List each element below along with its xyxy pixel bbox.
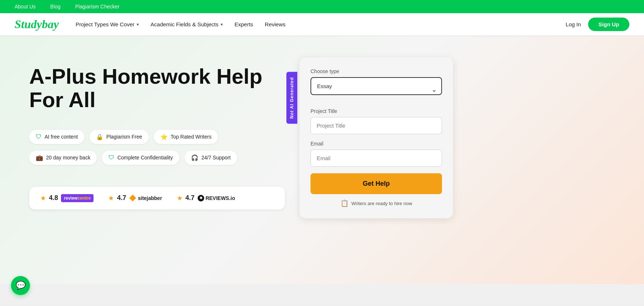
review-item-rv: ★ 4.7 ✱ REVIEWS.io xyxy=(177,194,235,202)
lock-icon: 🔒 xyxy=(96,133,103,140)
top-bar-blog[interactable]: Blog xyxy=(50,4,61,10)
badges-row-2: 💼 20 day money back 🛡 Complete Confident… xyxy=(29,151,285,165)
type-select-wrapper: Essay Research Paper Dissertation Assign… xyxy=(310,77,442,102)
review-item-rc: ★ 4.8 reviewcentre xyxy=(40,194,94,202)
nav-right: Log In Sign Up xyxy=(566,18,629,31)
badge-top-writers: ⭐ Top Rated Writers xyxy=(154,130,218,144)
nav-experts[interactable]: Experts xyxy=(229,18,259,30)
chevron-down-icon: ▾ xyxy=(137,22,139,27)
star-icon: ★ xyxy=(40,194,46,202)
review-score-sj: 4.7 xyxy=(117,194,126,202)
star-icon: ★ xyxy=(177,194,183,202)
get-help-button[interactable]: Get Help xyxy=(310,173,442,194)
type-label: Choose type xyxy=(310,68,442,74)
reviews-bar: ★ 4.8 reviewcentre ★ 4.7 🔶 sitejabber ★ … xyxy=(29,187,285,209)
reviewsio-logo: ✱ REVIEWS.io xyxy=(198,195,235,201)
hero-left: A-Plus Homework Help For All 🛡 AI free c… xyxy=(29,57,285,209)
shield-check-icon: 🛡 xyxy=(108,154,114,161)
nav-reviews[interactable]: Reviews xyxy=(259,18,291,30)
chat-icon: 💬 xyxy=(16,281,26,284)
not-ai-tab: Not AI Generated xyxy=(286,72,297,124)
nav-academic-fields[interactable]: Academic Fields & Subjects ▾ xyxy=(145,18,229,30)
shield-icon: 🛡 xyxy=(36,133,42,140)
title-label: Project Title xyxy=(310,108,442,114)
review-score-rc: 4.8 xyxy=(49,194,58,202)
badge-ai-free: 🛡 AI free content xyxy=(29,130,84,144)
email-input[interactable] xyxy=(310,150,442,167)
review-score-rv: 4.7 xyxy=(186,194,195,202)
writers-ready: 📋 Writers are ready to hire now xyxy=(310,199,442,207)
email-label: Email xyxy=(310,141,442,147)
headset-icon: 🎧 xyxy=(191,154,198,161)
reviewcentre-logo: reviewcentre xyxy=(61,194,94,202)
logo[interactable]: Studybay xyxy=(15,18,59,31)
nav-project-types[interactable]: Project Types We Cover ▾ xyxy=(70,18,145,30)
chevron-down-icon: ▾ xyxy=(221,22,223,27)
top-bar-about[interactable]: About Us xyxy=(15,4,36,10)
badges-row-1: 🛡 AI free content 🔒 Plagiarism Free ⭐ To… xyxy=(29,130,285,144)
badge-support: 🎧 24/7 Support xyxy=(184,151,237,165)
top-bar-plagiarism[interactable]: Plagiarism Checker xyxy=(75,4,119,10)
badge-plagiarism-free: 🔒 Plagiarism Free xyxy=(89,130,149,144)
star-icon: ⭐ xyxy=(160,133,168,140)
type-select[interactable]: Essay Research Paper Dissertation Assign… xyxy=(310,77,442,95)
sitejabber-logo: 🔶 sitejabber xyxy=(129,194,162,201)
review-item-sj: ★ 4.7 🔶 sitejabber xyxy=(108,194,162,202)
badge-confidentiality: 🛡 Complete Confidentiality xyxy=(102,151,179,165)
hero-right: Not AI Generated Choose type Essay Resea… xyxy=(300,57,453,218)
project-title-input[interactable] xyxy=(310,117,442,134)
badge-money-back: 💼 20 day money back xyxy=(29,151,97,165)
hero-section: A-Plus Homework Help For All 🛡 AI free c… xyxy=(0,35,644,284)
signup-button[interactable]: Sign Up xyxy=(588,18,629,31)
writers-icon: 📋 xyxy=(340,199,348,207)
main-nav: Studybay Project Types We Cover ▾ Academ… xyxy=(0,13,644,35)
hero-title: A-Plus Homework Help For All xyxy=(29,65,285,112)
wallet-icon: 💼 xyxy=(36,154,43,161)
login-button[interactable]: Log In xyxy=(566,21,581,27)
top-bar: About Us Blog Plagiarism Checker xyxy=(0,0,644,13)
form-card: Choose type Essay Research Paper Dissert… xyxy=(300,57,453,218)
star-icon: ★ xyxy=(108,194,114,202)
